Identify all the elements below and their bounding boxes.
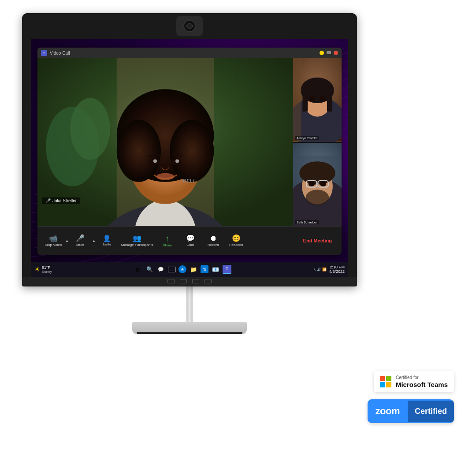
browser-icon[interactable]: e bbox=[178, 265, 186, 273]
start-button[interactable]: ⊞ bbox=[134, 265, 142, 274]
webcam-lens bbox=[183, 20, 196, 32]
share-icon: ↑ bbox=[165, 234, 169, 242]
certifications: Certified for Microsoft Teams zoom Certi… bbox=[368, 371, 454, 424]
record-label: Record bbox=[208, 243, 219, 247]
clock: 2:10 PM 4/5/2022 bbox=[329, 265, 345, 274]
stop-video-button[interactable]: 📹 Stop Video bbox=[42, 233, 65, 249]
time-display: 2:10 PM bbox=[329, 265, 345, 269]
svg-rect-23 bbox=[327, 89, 332, 112]
invite-button[interactable]: 👤 Invite bbox=[96, 233, 119, 248]
monitor-stand-base bbox=[132, 322, 247, 334]
monitor-btn-4[interactable] bbox=[205, 279, 212, 283]
speaker-name-overlay: 🎤 Julia Streller bbox=[42, 197, 80, 204]
file-icon[interactable]: 📁 bbox=[189, 265, 198, 274]
chat-app-icon[interactable]: 💬 bbox=[156, 265, 165, 274]
teams-icon[interactable]: T bbox=[223, 265, 231, 274]
monitor-btn-2[interactable] bbox=[180, 279, 187, 283]
chat-icon: 💬 bbox=[186, 235, 195, 242]
stop-video-icon: 📹 bbox=[49, 235, 58, 242]
ms-cert-bottom: Microsoft Teams bbox=[396, 380, 448, 389]
taskview-icon[interactable] bbox=[168, 267, 176, 272]
outlook-icon[interactable]: 📧 bbox=[211, 265, 220, 274]
chat-button[interactable]: 💬 Chat bbox=[179, 233, 202, 249]
reaction-button[interactable]: 😊 Reaction bbox=[225, 233, 248, 249]
manage-participants-button[interactable]: 👥 Manage Participants bbox=[119, 233, 156, 249]
taskbar-left: ☀ 91°F Sunny bbox=[34, 265, 52, 274]
mute-button[interactable]: 🎤 Mute bbox=[69, 233, 92, 249]
reaction-icon: 😊 bbox=[232, 235, 241, 242]
svg-rect-26 bbox=[293, 58, 301, 142]
video-sidebar: Ashlyn Crambit bbox=[293, 58, 342, 226]
svg-point-12 bbox=[170, 120, 214, 182]
svg-point-32 bbox=[306, 190, 329, 205]
svg-point-34 bbox=[320, 181, 327, 186]
taskbar-center: ⊞ 🔍 💬 e 📁 🛍 📧 T bbox=[52, 265, 313, 274]
minimize-button[interactable] bbox=[320, 51, 324, 55]
svg-point-25 bbox=[319, 96, 326, 101]
store-icon[interactable]: 🛍 bbox=[201, 265, 208, 273]
invite-icon: 👤 bbox=[103, 235, 111, 242]
zoom-cert: zoom Certified bbox=[368, 399, 454, 423]
screen: T Video Call bbox=[31, 39, 348, 277]
taskbar-right: ∧ 🔊 📶 2:10 PM 4/5/2022 bbox=[313, 265, 345, 274]
svg-rect-22 bbox=[302, 89, 308, 112]
record-icon: ⏺ bbox=[210, 235, 217, 242]
zoom-cert-text: Certified bbox=[415, 407, 447, 416]
weather-temp: 91°F bbox=[42, 265, 52, 270]
controls-bar: 📹 Stop Video ▲ 🎤 Mute ▲ 👤 Invite bbox=[37, 226, 342, 255]
microsoft-teams-cert: Certified for Microsoft Teams bbox=[374, 371, 454, 393]
svg-point-11 bbox=[117, 120, 161, 182]
close-button[interactable] bbox=[334, 51, 338, 55]
mute-chevron[interactable]: ▲ bbox=[92, 239, 96, 243]
share-button[interactable]: ↑ Share bbox=[156, 233, 179, 249]
stop-video-label: Stop Video bbox=[45, 243, 62, 247]
weather-icon: ☀ bbox=[34, 266, 40, 273]
svg-point-15 bbox=[153, 160, 157, 163]
participant-thumbnail-2: Seth Schreiber bbox=[293, 143, 342, 227]
video-main-area: 🎤 Julia Streller bbox=[37, 58, 342, 226]
ms-blue-square bbox=[380, 382, 385, 387]
share-label: Share bbox=[163, 243, 172, 247]
monitor-body: T Video Call bbox=[22, 13, 357, 286]
ms-green-square bbox=[386, 376, 391, 381]
mute-label: Mute bbox=[76, 243, 84, 247]
monitor-btn-1[interactable] bbox=[167, 279, 175, 283]
speaker-name-text: Julia Streller bbox=[52, 198, 77, 203]
app-icon: T bbox=[41, 50, 47, 56]
zoom-logo-part: zoom bbox=[368, 399, 408, 423]
svg-point-33 bbox=[309, 181, 315, 186]
reaction-label: Reaction bbox=[229, 243, 243, 247]
taskbar: ☀ 91°F Sunny ⊞ 🔍 💬 e 📁 🛍 📧 T bbox=[31, 262, 348, 277]
record-button[interactable]: ⏺ Record bbox=[202, 233, 225, 249]
video-chevron[interactable]: ▲ bbox=[65, 239, 69, 243]
chat-label: Chat bbox=[186, 243, 194, 247]
window-controls bbox=[320, 51, 338, 55]
search-button[interactable]: 🔍 bbox=[145, 265, 154, 274]
ms-cert-text: Certified for Microsoft Teams bbox=[396, 375, 448, 389]
participant-2-name: Seth Schreiber bbox=[295, 220, 319, 224]
ms-yellow-square bbox=[386, 382, 391, 387]
monitor-btn-3[interactable] bbox=[192, 279, 199, 283]
participant-thumbnail-1: Ashlyn Crambit bbox=[293, 58, 342, 142]
svg-point-24 bbox=[309, 96, 316, 101]
zoom-logo-text: zoom bbox=[376, 405, 400, 417]
svg-text:T: T bbox=[43, 51, 45, 55]
invite-label: Invite bbox=[103, 242, 111, 246]
manage-icon: 👥 bbox=[133, 235, 141, 242]
mic-icon: 🎤 bbox=[45, 198, 51, 203]
monitor: T Video Call bbox=[22, 13, 357, 348]
weather-info: 91°F Sunny bbox=[42, 265, 52, 274]
main-speaker-video: 🎤 Julia Streller bbox=[37, 58, 293, 226]
webcam-lens-inner bbox=[186, 23, 193, 29]
svg-point-17 bbox=[156, 173, 174, 180]
zoom-certified-part: Certified bbox=[408, 401, 454, 422]
maximize-button[interactable] bbox=[327, 51, 331, 54]
end-meeting-button[interactable]: End Meeting bbox=[298, 235, 337, 246]
monitor-bottom-bar bbox=[22, 277, 357, 286]
participant-1-name: Ashlyn Crambit bbox=[295, 136, 319, 140]
date-display: 4/5/2022 bbox=[329, 269, 345, 274]
ms-cert-top: Certified for bbox=[396, 375, 448, 380]
svg-point-16 bbox=[175, 160, 179, 163]
weather-condition: Sunny bbox=[42, 270, 52, 274]
svg-point-4 bbox=[70, 98, 110, 160]
